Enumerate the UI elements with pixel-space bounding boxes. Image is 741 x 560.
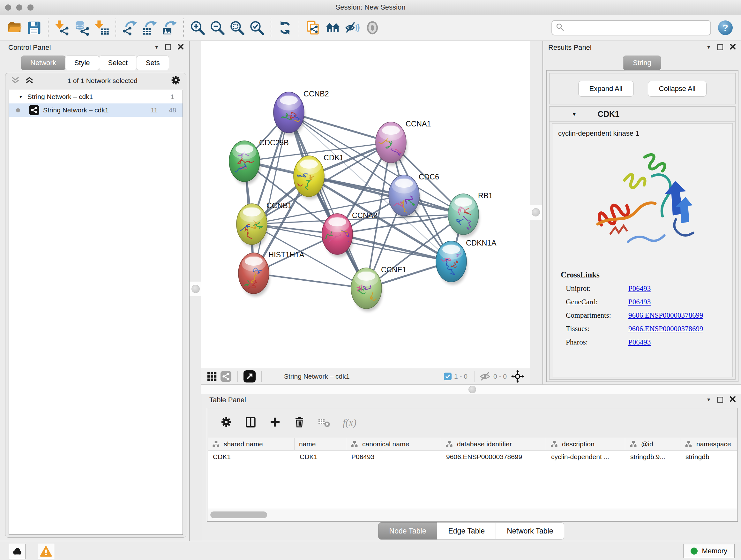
expand-all-networks-icon[interactable] <box>24 76 34 85</box>
crosshair-icon[interactable] <box>509 369 526 384</box>
detach-view-icon[interactable] <box>242 369 257 384</box>
table-horizontal-scrollbar[interactable] <box>208 509 737 521</box>
tab-node-table[interactable]: Node Table <box>378 522 437 540</box>
tab-select[interactable]: Select <box>99 56 137 70</box>
tab-network-table[interactable]: Network Table <box>495 522 564 540</box>
column-header--id[interactable]: @id <box>625 438 680 450</box>
float-panel-icon[interactable] <box>718 44 723 50</box>
network-edge[interactable] <box>289 112 366 288</box>
collapse-panel-icon[interactable]: ▼ <box>706 44 711 51</box>
clone-network-icon[interactable] <box>303 18 323 38</box>
network-node-CCNB2[interactable]: CCNB2 <box>273 90 329 136</box>
network-node-HIST1H1A[interactable]: HIST1H1A <box>239 251 305 297</box>
column-header-database-identifier[interactable]: database identifier <box>441 438 546 450</box>
close-panel-icon[interactable] <box>730 396 736 403</box>
crosslink-link[interactable]: P06493 <box>628 285 651 293</box>
table-row[interactable]: CDK1CDK1P064939606.ENSP00000378699cyclin… <box>208 450 737 463</box>
network-node-CCNE1[interactable]: CCNE1 <box>351 266 407 312</box>
clear-table-icon[interactable] <box>318 417 330 429</box>
cloud-button[interactable] <box>9 544 25 559</box>
network-node-CCNA1[interactable]: CCNA1 <box>374 120 431 166</box>
right-splitter[interactable] <box>530 41 543 384</box>
float-panel-icon[interactable] <box>165 44 171 50</box>
network-edge[interactable] <box>254 273 366 288</box>
tab-string[interactable]: String <box>623 56 661 70</box>
tab-edge-table[interactable]: Edge Table <box>437 522 496 540</box>
share-view-icon[interactable] <box>219 369 233 383</box>
network-edge[interactable] <box>254 112 289 273</box>
hide-selected-icon[interactable] <box>343 18 362 38</box>
crosslink-link[interactable]: P06493 <box>628 338 651 347</box>
crosslink-link[interactable]: 9606.ENSP00000378699 <box>628 325 703 333</box>
left-splitter[interactable] <box>189 41 202 541</box>
table-cell[interactable]: stringdb <box>680 450 737 463</box>
table-cell[interactable]: CDK1 <box>294 450 346 463</box>
refresh-icon[interactable] <box>275 18 295 38</box>
table-cell[interactable]: CDK1 <box>208 450 294 463</box>
save-session-icon[interactable] <box>24 18 44 38</box>
open-session-icon[interactable] <box>4 18 24 38</box>
zoom-fit-icon[interactable] <box>227 18 247 38</box>
column-header-description[interactable]: description <box>546 438 625 450</box>
network-collection-row[interactable]: ▼ String Network – cdk1 1 <box>9 90 183 104</box>
table-settings-gear-icon[interactable] <box>220 416 232 429</box>
collapse-all-networks-icon[interactable] <box>10 76 20 85</box>
export-image-icon[interactable] <box>159 18 179 38</box>
column-header-shared-name[interactable]: shared name <box>208 438 294 450</box>
network-node-CDKN1A[interactable]: CDKN1A <box>436 239 496 285</box>
tab-network[interactable]: Network <box>21 56 65 70</box>
grid-view-icon[interactable] <box>205 369 219 383</box>
collapse-panel-icon[interactable]: ▼ <box>154 44 159 51</box>
zoom-selected-icon[interactable] <box>247 18 267 38</box>
first-neighbors-icon[interactable] <box>323 18 343 38</box>
network-node-CCNA2[interactable]: CCNA2 <box>322 211 378 257</box>
table-cell[interactable]: stringdb:9... <box>625 450 680 463</box>
export-network-icon[interactable] <box>120 18 140 38</box>
gene-header-row[interactable]: ▼ CDK1 <box>549 107 735 122</box>
close-panel-icon[interactable] <box>178 44 184 51</box>
scrollbar-thumb[interactable] <box>210 511 267 518</box>
network-options-gear-icon[interactable] <box>171 75 181 86</box>
network-node-CDC25B[interactable]: CDC25B <box>229 138 289 185</box>
splitter-handle[interactable] <box>192 285 200 293</box>
selected-checkbox-icon[interactable] <box>444 373 452 380</box>
import-network-icon[interactable] <box>52 18 72 38</box>
add-column-icon[interactable] <box>269 416 281 429</box>
crosslink-link[interactable]: P06493 <box>628 298 651 306</box>
import-table-icon[interactable] <box>92 18 112 38</box>
show-all-icon[interactable] <box>362 18 382 38</box>
warning-button[interactable] <box>38 544 54 559</box>
import-network-database-icon[interactable] <box>72 18 92 38</box>
tree-expand-icon[interactable]: ▼ <box>18 94 23 99</box>
network-canvas[interactable]: CCNB2CCNA1CDC25BCDK1CDC6RB1CCNB1CCNA2CDK… <box>201 41 530 368</box>
help-button[interactable]: ? <box>718 20 733 35</box>
tab-style[interactable]: Style <box>65 56 99 70</box>
memory-button[interactable]: Memory <box>683 544 735 558</box>
table-cell[interactable]: P06493 <box>346 450 441 463</box>
table-cell[interactable]: cyclin-dependent ... <box>546 450 625 463</box>
table-cell[interactable]: 9606.ENSP00000378699 <box>441 450 546 463</box>
splitter-handle[interactable] <box>468 386 476 393</box>
delete-column-icon[interactable] <box>293 416 305 429</box>
crosslink-link[interactable]: 9606.ENSP00000378699 <box>628 311 703 320</box>
zoom-out-icon[interactable] <box>207 18 227 38</box>
network-node-CCNB1[interactable]: CCNB1 <box>237 201 292 247</box>
column-header-name[interactable]: name <box>294 438 346 450</box>
float-panel-icon[interactable] <box>718 397 723 402</box>
zoom-in-icon[interactable] <box>188 18 207 38</box>
export-table-icon[interactable] <box>140 18 159 38</box>
network-node-RB1[interactable]: RB1 <box>448 192 493 238</box>
expand-all-button[interactable]: Expand All <box>578 81 634 97</box>
close-panel-icon[interactable] <box>730 44 736 51</box>
splitter-handle[interactable] <box>532 208 540 216</box>
collapse-panel-icon[interactable]: ▼ <box>706 396 711 403</box>
network-row[interactable]: String Network – cdk1 11 48 <box>9 104 183 117</box>
show-columns-icon[interactable] <box>245 416 257 429</box>
search-box[interactable] <box>551 20 711 36</box>
horizontal-splitter[interactable] <box>201 384 741 394</box>
collapse-all-button[interactable]: Collapse All <box>648 81 707 97</box>
tab-sets[interactable]: Sets <box>137 56 169 70</box>
column-header-namespace[interactable]: namespace <box>680 438 737 450</box>
search-input[interactable] <box>567 23 706 32</box>
column-header-canonical-name[interactable]: canonical name <box>346 438 441 450</box>
